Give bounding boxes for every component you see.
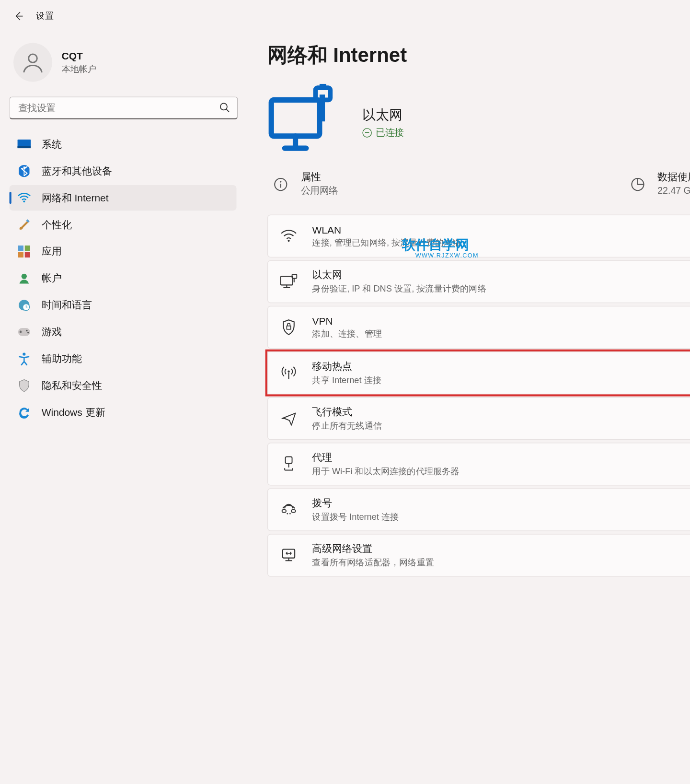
svg-rect-18	[271, 100, 320, 136]
sidebar: CQT 本地帐户 系统 蓝牙和其他设备 网络和 Internet	[10, 40, 241, 577]
card-title: 飞行模式	[312, 405, 690, 418]
ethernet-icon	[280, 273, 297, 290]
search-input[interactable]	[10, 96, 238, 119]
card-subtitle: 设置拨号 Internet 连接	[312, 511, 690, 523]
svg-rect-10	[25, 252, 30, 257]
sidebar-item-personalization[interactable]: 个性化	[10, 212, 237, 237]
sidebar-item-bluetooth[interactable]: 蓝牙和其他设备	[10, 158, 237, 184]
connection-name: 以太网	[362, 105, 404, 124]
user-profile[interactable]: CQT 本地帐户	[10, 40, 241, 96]
back-button[interactable]	[5, 3, 32, 30]
svg-rect-9	[18, 252, 23, 257]
info-icon	[273, 176, 289, 192]
settings-cards: WLAN 连接, 管理已知网络, 按流量计费的网络 开 › 以太网 身份验证, …	[267, 215, 690, 577]
svg-point-33	[289, 513, 291, 515]
window-title: 设置	[36, 10, 53, 22]
brush-icon	[17, 218, 31, 232]
data-usage-subtitle: 22.47 GB，过去 30 天	[657, 185, 690, 197]
sidebar-item-label: 游戏	[42, 326, 62, 339]
svg-rect-27	[287, 326, 290, 329]
svg-rect-30	[282, 510, 286, 513]
arrow-left-icon	[13, 11, 24, 21]
svg-point-15	[26, 330, 27, 331]
card-wlan[interactable]: WLAN 连接, 管理已知网络, 按流量计费的网络 开 ›	[267, 215, 690, 258]
proxy-icon	[280, 456, 297, 473]
connection-status: 以太网 已连接	[267, 84, 690, 160]
card-title: WLAN	[312, 223, 690, 235]
accessibility-icon	[17, 352, 31, 365]
svg-rect-19	[315, 88, 330, 100]
sidebar-item-system[interactable]: 系统	[10, 131, 237, 157]
svg-point-17	[23, 352, 25, 355]
card-subtitle: 停止所有无线通信	[312, 420, 690, 432]
svg-point-11	[22, 274, 27, 279]
properties-title: 属性	[301, 171, 338, 184]
hotspot-icon	[280, 364, 297, 381]
nav-list: 系统 蓝牙和其他设备 网络和 Internet 个性化 应用 帐户	[10, 131, 241, 425]
sidebar-item-windows-update[interactable]: Windows 更新	[10, 400, 237, 425]
airplane-icon	[280, 410, 297, 427]
apps-icon	[17, 245, 31, 258]
card-title: 拨号	[312, 497, 690, 510]
card-dialup[interactable]: 拨号 设置拨号 Internet 连接 ›	[267, 488, 690, 531]
page-title: 网络和 Internet	[267, 42, 690, 69]
svg-rect-29	[286, 456, 292, 463]
user-name: CQT	[62, 50, 97, 61]
shield-icon	[17, 379, 31, 392]
sidebar-item-label: 蓝牙和其他设备	[42, 164, 112, 177]
game-icon	[17, 325, 31, 339]
sidebar-item-gaming[interactable]: 游戏	[10, 319, 237, 345]
sidebar-item-network[interactable]: 网络和 Internet	[10, 185, 237, 211]
svg-point-16	[27, 332, 29, 333]
card-ethernet[interactable]: 以太网 身份验证, IP 和 DNS 设置, 按流量计费的网络 ›	[267, 260, 690, 304]
titlebar: 设置	[0, 0, 690, 32]
sidebar-item-label: 系统	[42, 138, 62, 151]
svg-rect-7	[18, 246, 23, 251]
wifi-icon	[280, 227, 297, 245]
svg-point-6	[23, 200, 25, 202]
properties-link[interactable]: 属性 公用网络	[273, 171, 589, 198]
user-account-type: 本地帐户	[62, 63, 97, 75]
globe-icon	[362, 128, 372, 137]
dialup-icon	[280, 501, 297, 518]
data-usage-link[interactable]: 数据使用量 22.47 GB，过去 30 天 ›	[629, 171, 690, 198]
sidebar-item-label: 时间和语言	[42, 299, 92, 312]
card-subtitle: 查看所有网络适配器，网络重置	[312, 556, 690, 568]
card-proxy[interactable]: 代理 用于 Wi-Fi 和以太网连接的代理服务器 ›	[267, 443, 690, 486]
svg-rect-8	[25, 246, 30, 251]
sidebar-item-accounts[interactable]: 帐户	[10, 266, 237, 291]
sidebar-item-label: 帐户	[42, 272, 62, 285]
card-advanced[interactable]: 高级网络设置 查看所有网络适配器，网络重置 ›	[267, 534, 690, 577]
sidebar-item-time-language[interactable]: 时间和语言	[10, 293, 237, 318]
search-icon	[219, 102, 230, 115]
bluetooth-icon	[17, 164, 31, 178]
card-title: VPN	[312, 315, 690, 327]
card-title: 以太网	[312, 269, 690, 281]
wifi-icon	[17, 191, 31, 205]
sidebar-item-label: Windows 更新	[42, 406, 105, 419]
card-airplane[interactable]: 飞行模式 停止所有无线通信 关 ›	[267, 397, 690, 440]
svg-point-24	[288, 240, 289, 242]
card-title: 高级网络设置	[312, 542, 690, 555]
data-usage-icon	[629, 176, 645, 192]
svg-point-32	[287, 513, 288, 515]
sidebar-item-label: 网络和 Internet	[42, 191, 109, 204]
svg-rect-20	[320, 84, 326, 89]
system-icon	[17, 138, 31, 151]
card-vpn[interactable]: VPN 添加、连接、管理 ›	[267, 306, 690, 349]
sidebar-item-privacy[interactable]: 隐私和安全性	[10, 373, 237, 398]
sidebar-item-label: 应用	[42, 245, 62, 258]
connection-status-text: 已连接	[362, 127, 404, 139]
vpn-shield-icon	[280, 318, 297, 336]
card-hotspot[interactable]: 移动热点 共享 Internet 连接 开 ›	[267, 351, 690, 395]
svg-point-2	[220, 103, 227, 110]
svg-point-22	[280, 181, 281, 182]
card-title: 移动热点	[312, 360, 690, 373]
sidebar-item-accessibility[interactable]: 辅助功能	[10, 346, 237, 372]
card-subtitle: 共享 Internet 连接	[312, 374, 690, 386]
properties-subtitle: 公用网络	[301, 185, 338, 197]
card-subtitle: 身份验证, IP 和 DNS 设置, 按流量计费的网络	[312, 283, 690, 295]
svg-point-1	[29, 54, 37, 63]
svg-point-28	[288, 371, 289, 373]
sidebar-item-apps[interactable]: 应用	[10, 239, 237, 264]
